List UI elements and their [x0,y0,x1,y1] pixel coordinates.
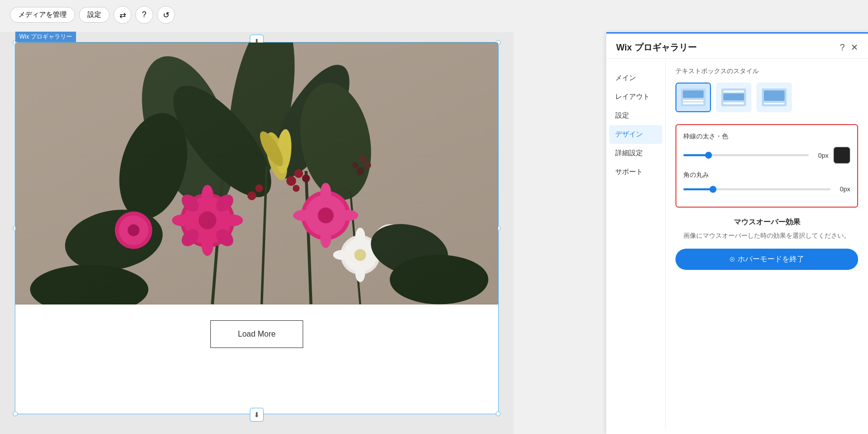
undo-icon-button[interactable]: ↺ [157,6,175,24]
manage-media-button[interactable]: メディアを管理 [10,7,75,23]
nav-item-support[interactable]: サポート [606,163,665,181]
thumb-line-2a [723,90,744,92]
svg-rect-60 [15,43,498,304]
hover-mode-button[interactable]: ⊙ ホバーモードを終了 [675,249,858,270]
load-more-section: Load More [15,304,498,364]
resize-handle-br[interactable] [496,411,501,416]
textbox-style-title: テキストボックスのスタイル [675,67,858,76]
hover-desc: 画像にマウスオーバーした時の効果を選択してください。 [675,231,858,241]
flower-image [15,43,498,304]
nav-item-main[interactable]: メイン [606,69,665,87]
nav-item-advanced[interactable]: 詳細設定 [606,144,665,163]
panel-help-icon: ? [840,43,845,52]
corner-slider-value: 0px [835,185,850,193]
corner-slider-row: 0px [683,185,850,193]
thumb-line-1b [683,102,704,104]
style-thumb-3-inner [762,88,787,106]
hover-section: マウスオーバー効果 画像にマウスオーバーした時の効果を選択してください。 [675,217,858,241]
settings-button[interactable]: 設定 [79,7,110,23]
corner-slider-fill [683,188,713,190]
undo-icon: ↺ [163,10,169,20]
border-slider-row: 0px [683,147,850,164]
panel-help-button[interactable]: ? [840,43,845,53]
right-panel: Wix プロギャラリー ? ✕ メイン レイアウト 設定 デザイン 詳細設定 サ… [606,32,868,434]
style-options [675,83,858,112]
nav-item-layout[interactable]: レイアウト [606,87,665,106]
corner-label: 角の丸み [683,171,850,179]
swap-icon: ⇄ [119,10,126,20]
load-more-button[interactable]: Load More [210,320,304,348]
style-thumb-1-inner [681,88,706,106]
download-handle-bottom[interactable]: ⬇ [250,408,264,422]
panel-close-button[interactable]: ✕ [851,42,858,53]
border-slider-thumb[interactable] [705,152,712,159]
panel-nav: メイン レイアウト 設定 デザイン 詳細設定 サポート [606,59,666,430]
nav-item-settings[interactable]: 設定 [606,106,665,125]
panel-close-icon: ✕ [851,43,858,52]
border-section: 枠線の太さ・色 0px 角の丸み 0px [675,124,858,208]
corner-slider-thumb[interactable] [710,186,716,193]
toolbar: メディアを管理 設定 ⇄ ? ↺ [10,6,175,24]
style-thumb-3[interactable] [756,83,792,112]
thumb-line-3 [764,103,785,104]
border-color-swatch[interactable] [833,147,850,164]
panel-content: テキストボックスのスタイル [666,59,868,430]
download-icon-bottom: ⬇ [254,411,260,419]
nav-item-design[interactable]: デザイン [609,125,662,144]
panel-header: Wix プロギャラリー ? ✕ [606,34,868,59]
border-label: 枠線の太さ・色 [683,132,850,141]
help-icon: ? [142,10,147,19]
thumb-img-2 [723,93,744,101]
thumb-img-1 [683,90,704,98]
gallery-widget: Wix プロギャラリー ⬇ [15,42,499,414]
resize-handle-bl[interactable] [13,411,18,416]
thumb-line-1a [683,100,704,102]
style-thumb-2-inner [721,88,746,106]
hover-title: マウスオーバー効果 [675,217,858,227]
swap-icon-button[interactable]: ⇄ [114,6,131,24]
corner-slider-track[interactable] [683,188,830,190]
help-icon-button[interactable]: ? [135,6,153,24]
style-thumb-1[interactable] [675,83,711,112]
panel-body: メイン レイアウト 設定 デザイン 詳細設定 サポート テキストボックスのスタイ… [606,59,868,430]
widget-label: Wix プロギャラリー [15,32,76,42]
border-slider-value: 0px [814,152,829,159]
panel-title: Wix プロギャラリー [616,42,697,53]
canvas-area: Wix プロギャラリー ⬇ [0,32,513,434]
thumb-line-2b [723,102,744,104]
thumb-img-3 [764,90,785,101]
style-thumb-2[interactable] [716,83,751,112]
border-slider-track[interactable] [683,154,809,156]
panel-header-icons: ? ✕ [840,42,858,53]
